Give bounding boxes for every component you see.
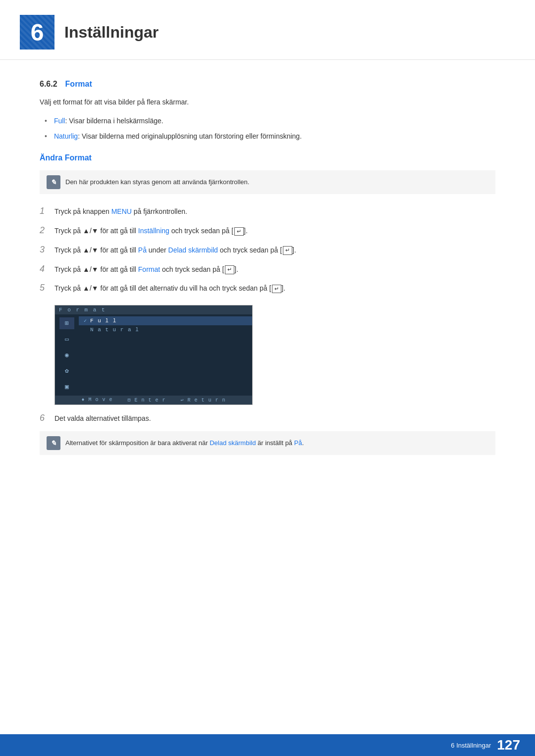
menu-sidebar: ⊞ ▭ ◉ ✿ ▣ ✓ F u l l	[55, 314, 252, 396]
bullet-list: Full : Visar bilderna i helskärmsläge. N…	[40, 115, 495, 142]
step3-highlight1: På	[138, 246, 147, 254]
chapter-title: Inställningar	[64, 23, 159, 42]
section-intro: Välj ett format för att visa bilder på f…	[40, 97, 495, 107]
bullet-item-naturlig: Naturlig: Visar bilderna med originalupp…	[45, 131, 495, 142]
sub-section-heading: Ändra Format	[40, 153, 495, 162]
chapter-number-box: 6	[20, 15, 54, 50]
step1-menu-highlight: MENU	[111, 207, 132, 215]
step4-highlight: Format	[138, 265, 160, 273]
menu-bottom-move: ♦ M o v e	[81, 397, 112, 403]
menu-icon-4: ✿	[59, 365, 74, 377]
step2-highlight: Inställning	[138, 227, 169, 235]
step-3: 3 Tryck på ▲/▼ för att gå till På under …	[40, 243, 495, 257]
main-content: 6.6.2Format Välj ett format för att visa…	[0, 80, 535, 504]
chapter-number: 6	[31, 19, 44, 46]
menu-icon-3: ◉	[59, 349, 74, 361]
menu-bottom-enter: ⊟ E n t e r	[127, 397, 165, 403]
menu-bottom-return: ↩ R e t u r n	[181, 397, 226, 403]
note-box-2: ✎ Alternativet för skärmposition är bara…	[40, 431, 495, 455]
menu-icon-1: ⊞	[59, 317, 74, 329]
footer-page-number: 127	[497, 737, 520, 753]
note2-highlight1: Delad skärmbild	[210, 439, 256, 447]
step-1: 1 Tryck på knappen MENU på fjärrkontroll…	[40, 204, 495, 218]
menu-screenshot: F o r m a t ⊞ ▭ ◉ ✿ ▣	[54, 305, 253, 405]
enter-icon-5: ↵	[272, 285, 281, 293]
bullet-text-naturlig: : Visar bilderna med originalupplösning …	[78, 131, 302, 142]
enter-icon-3: ↵	[283, 246, 292, 254]
menu-left-icons: ⊞ ▭ ◉ ✿ ▣	[55, 314, 79, 396]
menu-option-full: ✓ F u l l	[79, 316, 252, 325]
menu-content-area: ✓ F u l l N a t u r a l	[79, 314, 252, 396]
menu-icon-5: ▣	[59, 381, 74, 393]
page-header: 6 Inställningar	[0, 0, 535, 60]
step3-highlight2: Delad skärmbild	[168, 246, 218, 254]
note-icon-1: ✎	[47, 175, 60, 189]
bullet-term-full: Full	[54, 115, 65, 126]
note-text-1: Den här produkten kan styras genom att a…	[65, 175, 249, 187]
menu-option-natural: N a t u r a l	[79, 325, 252, 334]
step-2: 2 Tryck på ▲/▼ för att gå till Inställni…	[40, 223, 495, 238]
steps-list: 1 Tryck på knappen MENU på fjärrkontroll…	[40, 204, 495, 295]
menu-bottom-bar: ♦ M o v e ⊟ E n t e r ↩ R e t u r n	[55, 396, 252, 404]
enter-icon-4: ↵	[225, 265, 234, 274]
page-footer: 6 Inställningar 127	[0, 734, 535, 756]
note-icon-symbol-2: ✎	[51, 439, 56, 447]
note-icon-2: ✎	[47, 436, 60, 450]
section-heading: 6.6.2Format	[40, 80, 495, 91]
menu-title-bar: F o r m a t	[55, 305, 252, 314]
step-4: 4 Tryck på ▲/▼ för att gå till Format oc…	[40, 262, 495, 276]
note-icon-symbol: ✎	[51, 178, 56, 186]
menu-icon-2: ▭	[59, 333, 74, 345]
bullet-term-naturlig: Naturlig	[54, 131, 78, 142]
step-5: 5 Tryck på ▲/▼ för att gå till det alter…	[40, 281, 495, 295]
note2-highlight2: På	[294, 439, 302, 447]
bullet-text-full: : Visar bilderna i helskärmsläge.	[65, 115, 163, 126]
step-6: 6 Det valda alternativet tillämpas.	[40, 413, 495, 423]
section-number: 6.6.2	[40, 80, 57, 88]
bullet-item-full: Full : Visar bilderna i helskärmsläge.	[45, 115, 495, 126]
note-text-2: Alternativet för skärmposition är bara a…	[65, 436, 304, 448]
step6-text: Det valda alternativet tillämpas.	[54, 414, 151, 422]
footer-label: 6 Inställningar	[451, 742, 491, 749]
note-box-1: ✎ Den här produkten kan styras genom att…	[40, 170, 495, 194]
section-name: Format	[65, 80, 92, 88]
enter-icon-2: ↵	[234, 227, 244, 236]
